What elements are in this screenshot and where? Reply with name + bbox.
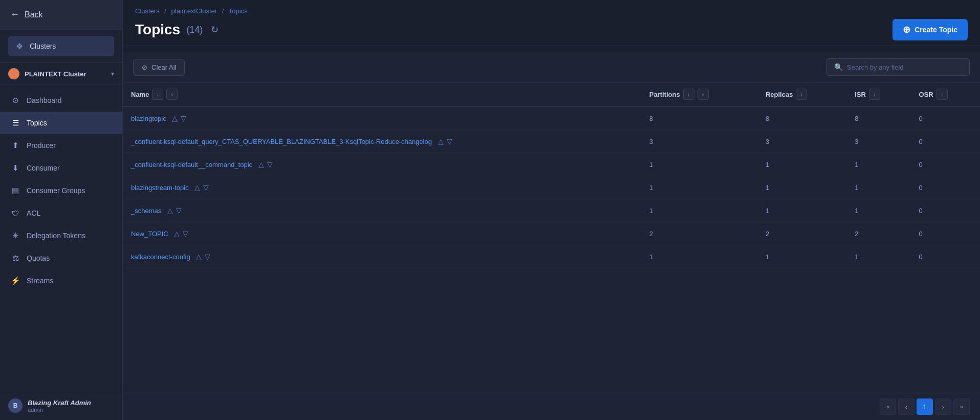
back-label: Back <box>25 10 43 19</box>
topics-table: Name ↕ ▿ Partitions ↕ ▿ <box>123 82 980 268</box>
produce-icon-1[interactable]: △ <box>438 137 444 145</box>
pagination-first[interactable]: « <box>880 398 896 415</box>
pagination-prev[interactable]: ‹ <box>898 398 914 415</box>
topic-actions-6: △ ▽ <box>196 253 210 261</box>
topic-name-link-1[interactable]: _confluent-ksql-default_query_CTAS_QUERY… <box>131 138 432 145</box>
cluster-name: PLAINTEXT Cluster <box>25 70 106 78</box>
sidebar-item-producer[interactable]: ⬆ Producer <box>0 134 122 157</box>
consume-icon-2[interactable]: ▽ <box>267 160 273 169</box>
table-row: blazingstream-topic △ ▽ 1 1 1 0 <box>123 176 980 199</box>
cell-name-4: _schemas △ ▽ <box>123 199 641 222</box>
cell-replicas-0: 8 <box>757 107 846 130</box>
sidebar-item-dashboard[interactable]: ⊙ Dashboard <box>0 89 122 112</box>
cell-partitions-6: 1 <box>641 245 757 268</box>
sidebar-item-quotas[interactable]: ⚖ Quotas <box>0 247 122 269</box>
back-button[interactable]: ← Back <box>0 0 122 30</box>
sidebar-item-label-consumer: Consumer <box>27 164 60 172</box>
cell-partitions-3: 1 <box>641 176 757 199</box>
breadcrumb-cluster[interactable]: plaintextCluster <box>171 7 217 15</box>
back-arrow-icon: ← <box>10 9 19 20</box>
cell-osr-1: 0 <box>911 130 980 153</box>
produce-icon-6[interactable]: △ <box>196 253 202 261</box>
breadcrumb-sep-1: / <box>164 7 166 15</box>
cell-partitions-0: 8 <box>641 107 757 130</box>
cell-osr-4: 0 <box>911 199 980 222</box>
sort-name-button[interactable]: ↕ <box>152 89 163 100</box>
sidebar-item-topics[interactable]: ☰ Topics <box>0 112 122 134</box>
topic-name-link-0[interactable]: blazingtopic <box>131 115 166 122</box>
main-content: Clusters / plaintextCluster / Topics Top… <box>123 0 980 420</box>
consume-icon-1[interactable]: ▽ <box>447 137 452 145</box>
sidebar-item-label-producer: Producer <box>27 141 56 150</box>
sidebar-item-delegation-tokens[interactable]: ✳ Delegation Tokens <box>0 224 122 247</box>
cell-osr-6: 0 <box>911 245 980 268</box>
breadcrumb-sep-2: / <box>222 7 224 15</box>
produce-icon-4[interactable]: △ <box>167 206 173 215</box>
cell-replicas-6: 1 <box>757 245 846 268</box>
produce-icon-5[interactable]: △ <box>174 229 180 238</box>
clear-all-button[interactable]: ⊘ Clear All <box>133 59 185 76</box>
consume-icon-3[interactable]: ▽ <box>203 183 209 192</box>
pagination: « ‹ 1 › » <box>123 393 980 420</box>
pagination-next[interactable]: › <box>935 398 951 415</box>
cell-osr-3: 0 <box>911 176 980 199</box>
topic-name-link-6[interactable]: kafkaconnect-config <box>131 253 190 261</box>
pagination-last[interactable]: » <box>953 398 970 415</box>
topic-actions-3: △ ▽ <box>194 183 209 192</box>
sort-osr-button[interactable]: ↕ <box>937 89 948 100</box>
col-replicas-label: Replicas <box>766 91 793 98</box>
sidebar-item-consumer-groups[interactable]: ▤ Consumer Groups <box>0 179 122 202</box>
sidebar-footer: B Blazing Kraft Admin admin <box>0 391 122 420</box>
search-input[interactable] <box>847 64 962 71</box>
breadcrumb: Clusters / plaintextCluster / Topics <box>135 7 968 15</box>
col-partitions: Partitions ↕ ▿ <box>641 82 757 107</box>
sidebar-item-label-quotas: Quotas <box>27 254 50 262</box>
cluster-dot <box>8 68 19 79</box>
clusters-section: ❖ Clusters <box>0 30 122 63</box>
produce-icon-2[interactable]: △ <box>258 160 264 169</box>
topic-name-link-3[interactable]: blazingstream-topic <box>131 184 189 192</box>
table-row: blazingtopic △ ▽ 8 8 8 0 <box>123 107 980 130</box>
clusters-icon: ❖ <box>14 41 25 51</box>
create-topic-label: Create Topic <box>914 26 957 34</box>
cluster-selector[interactable]: PLAINTEXT Cluster ▾ <box>0 63 122 85</box>
consume-icon-6[interactable]: ▽ <box>205 253 210 261</box>
table-area: ⊘ Clear All 🔍 Name ↕ ▿ <box>123 52 980 420</box>
sidebar-item-acl[interactable]: 🛡 ACL <box>0 202 122 224</box>
cell-name-5: New_TOPIC △ ▽ <box>123 222 641 245</box>
sidebar-item-consumer[interactable]: ⬇ Consumer <box>0 157 122 179</box>
sort-partitions-button[interactable]: ↕ <box>683 89 694 100</box>
sort-isr-button[interactable]: ↕ <box>869 89 880 100</box>
topic-name-link-5[interactable]: New_TOPIC <box>131 230 168 238</box>
user-role: admin <box>28 407 91 413</box>
search-box: 🔍 <box>826 58 970 76</box>
produce-icon-0[interactable]: △ <box>172 114 178 122</box>
consume-icon-4[interactable]: ▽ <box>176 206 182 215</box>
cell-isr-3: 1 <box>846 176 910 199</box>
delegation-tokens-icon: ✳ <box>10 230 20 241</box>
create-topic-button[interactable]: ⊕ Create Topic <box>892 19 968 40</box>
refresh-button[interactable]: ↻ <box>209 22 221 37</box>
user-name: Blazing Kraft Admin <box>28 399 91 407</box>
topic-name-link-2[interactable]: _confluent-ksql-default__command_topic <box>131 161 252 169</box>
page-title: Topics <box>135 22 180 38</box>
topic-name-link-4[interactable]: _schemas <box>131 207 161 215</box>
filter-partitions-button[interactable]: ▿ <box>698 89 709 100</box>
clusters-button[interactable]: ❖ Clusters <box>8 36 114 56</box>
sort-replicas-button[interactable]: ↕ <box>796 89 807 100</box>
cell-name-3: blazingstream-topic △ ▽ <box>123 176 641 199</box>
consume-icon-0[interactable]: ▽ <box>181 114 186 122</box>
acl-icon: 🛡 <box>10 208 20 218</box>
topic-actions-1: △ ▽ <box>438 137 452 145</box>
filter-name-button[interactable]: ▿ <box>166 89 178 100</box>
consume-icon-5[interactable]: ▽ <box>183 229 188 238</box>
search-icon: 🔍 <box>834 63 843 71</box>
sidebar-item-label-consumer-groups: Consumer Groups <box>27 186 85 195</box>
breadcrumb-clusters[interactable]: Clusters <box>135 7 160 15</box>
topic-actions-4: △ ▽ <box>167 206 182 215</box>
cell-partitions-2: 1 <box>641 153 757 176</box>
pagination-page-1[interactable]: 1 <box>917 398 933 415</box>
sidebar-item-streams[interactable]: ⚡ Streams <box>0 269 122 292</box>
cell-osr-5: 0 <box>911 222 980 245</box>
produce-icon-3[interactable]: △ <box>194 183 200 192</box>
